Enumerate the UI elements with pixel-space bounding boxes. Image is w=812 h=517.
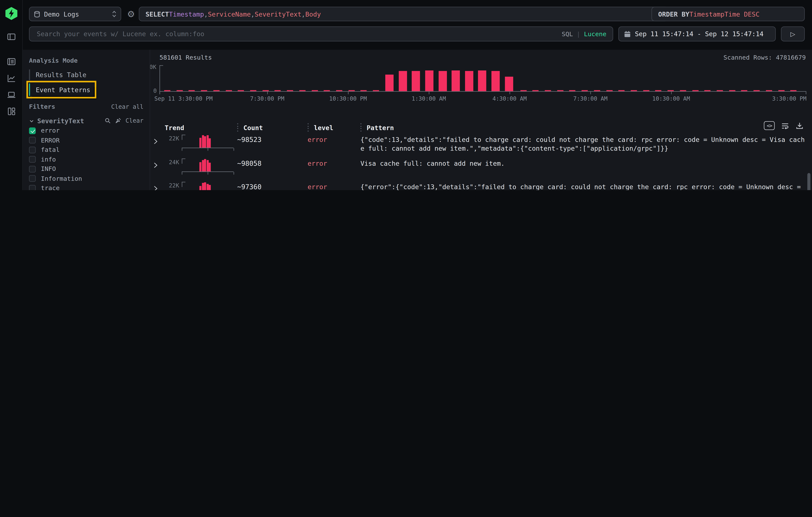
checkbox[interactable]	[29, 185, 36, 190]
filter-group-name[interactable]: SeverityText	[37, 117, 84, 124]
hyperdx-logo-icon[interactable]	[4, 7, 18, 20]
histogram-minor-bar	[741, 90, 748, 91]
trend-bar	[206, 135, 208, 148]
histogram-bar	[492, 71, 500, 91]
filter-option-fatal[interactable]: fatal	[29, 145, 143, 154]
results-histogram[interactable]: 80K0Sep 11 3:30:00 PM7:30:00 PM10:30:00 …	[160, 65, 806, 100]
trend-axis-tick	[182, 172, 182, 174]
checkbox[interactable]	[29, 146, 36, 153]
sql-token: ,	[204, 10, 208, 18]
row-expand-chevron-icon[interactable]	[153, 133, 165, 146]
filter-option-label: fatal	[41, 146, 60, 153]
sql-token: ServiceName	[208, 10, 251, 18]
column-header-level: level	[308, 123, 360, 132]
histogram-bar	[505, 77, 513, 91]
histogram-minor-bar	[570, 90, 576, 91]
x-axis-tick	[267, 91, 268, 94]
filter-option-label: info	[41, 156, 56, 163]
histogram-minor-bar	[287, 90, 293, 91]
x-axis-label: 10:30:00 PM	[329, 95, 367, 102]
checkbox-checked[interactable]	[29, 127, 36, 134]
column-drag-handle[interactable]	[237, 123, 238, 132]
table-row[interactable]: 24K~98058errorVisa cache full: cannot ad…	[150, 156, 806, 180]
sql-token: ,	[251, 10, 255, 18]
checkbox[interactable]	[29, 175, 36, 182]
table-row[interactable]: 22K~97360error{"error":{"code":13,"detai…	[150, 180, 806, 190]
column-header-trend: Trend	[165, 124, 237, 132]
filters-title: Filters	[29, 103, 55, 110]
histogram-minor-bar	[594, 90, 600, 91]
trend-axis-tick	[208, 148, 208, 151]
download-icon[interactable]	[795, 121, 804, 130]
filter-option-information[interactable]: Information	[29, 174, 143, 183]
histogram-minor-bar	[655, 90, 662, 91]
code-view-icon[interactable]: <>	[764, 121, 775, 130]
filter-option-trace[interactable]: trace	[29, 183, 143, 190]
trend-plot	[182, 158, 234, 172]
histogram-minor-bar	[582, 90, 588, 91]
date-range-picker[interactable]: Sep 11 15:47:14 - Sep 12 15:47:14	[618, 27, 776, 41]
histogram-bar	[452, 70, 460, 91]
trend-bar	[199, 186, 201, 190]
trend-bar	[209, 163, 211, 171]
clear-filter-link[interactable]: Clear	[125, 117, 143, 124]
y-axis-top-tick	[160, 65, 163, 66]
database-icon	[34, 11, 40, 17]
wrap-text-icon[interactable]	[781, 121, 789, 130]
histogram-minor-bar	[557, 90, 563, 91]
filter-option-error[interactable]: error	[29, 126, 143, 136]
row-count: ~98523	[237, 133, 308, 143]
search-logs-icon[interactable]	[6, 56, 16, 67]
row-level-badge: error	[308, 180, 360, 190]
checkbox[interactable]	[29, 166, 36, 172]
x-axis-tick	[671, 91, 672, 94]
column-drag-handle[interactable]	[360, 123, 361, 132]
sidebar-toggle-icon[interactable]	[6, 32, 16, 42]
chart-explorer-icon[interactable]	[6, 73, 16, 83]
run-query-button[interactable]: ▷	[781, 27, 805, 41]
table-row[interactable]: 22K~98523error{"code":13,"details":"fail…	[150, 133, 806, 156]
trend-axis-corner	[182, 135, 185, 140]
sql-select-input[interactable]: SELECT Timestamp, ServiceName, SeverityT…	[139, 7, 668, 21]
search-input[interactable]	[36, 30, 562, 38]
filter-option-info[interactable]: INFO	[29, 164, 143, 174]
toggle-lucene[interactable]: Lucene	[584, 30, 606, 37]
order-by-input[interactable]: ORDER BY TimestampTime DESC	[651, 7, 805, 21]
source-select[interactable]: Demo Logs	[29, 7, 121, 21]
histogram-minor-bar	[213, 90, 220, 91]
trend-axis-tick	[182, 148, 182, 151]
filter-option-info[interactable]: info	[29, 155, 143, 164]
x-axis-label: 1:30:00 AM	[412, 95, 446, 102]
sessions-icon[interactable]	[6, 89, 16, 100]
clear-all-filters[interactable]: Clear all	[111, 103, 143, 110]
search-icon[interactable]	[105, 116, 111, 126]
analysis-mode-item-event-patterns[interactable]: Event Patterns	[29, 83, 94, 96]
filter-panel: Analysis Mode Results TableEvent Pattern…	[23, 50, 150, 190]
toggle-sql[interactable]: SQL	[562, 30, 573, 37]
results-count: 581601 Results	[160, 54, 212, 61]
filter-group-severitytext: SeverityTextClearerrorERRORfatalinfoINFO…	[29, 115, 143, 190]
x-axis-tick	[510, 91, 510, 94]
checkbox[interactable]	[29, 137, 36, 144]
scrollbar-thumb[interactable]	[807, 173, 810, 190]
gear-icon[interactable]: ⚙	[125, 8, 137, 20]
row-expand-chevron-icon[interactable]	[153, 156, 165, 170]
trend-axis-corner	[182, 158, 185, 164]
column-header-label: Pattern	[367, 124, 394, 132]
dashboards-icon[interactable]	[6, 106, 16, 116]
filter-option-error[interactable]: ERROR	[29, 136, 143, 145]
checkbox[interactable]	[29, 156, 36, 163]
row-expand-chevron-icon[interactable]	[153, 180, 165, 190]
pin-icon[interactable]	[115, 116, 121, 126]
analysis-mode-item-results-table[interactable]: Results Table	[29, 69, 143, 80]
sql-token: Timestamp	[169, 10, 204, 18]
histogram-minor-bar	[532, 90, 539, 91]
histogram-minor-bar	[348, 90, 355, 91]
chevron-down-icon[interactable]	[29, 116, 34, 126]
histogram-bar	[438, 71, 447, 91]
filter-option-label: trace	[41, 184, 60, 190]
column-drag-handle[interactable]	[308, 123, 309, 132]
x-axis-label: 7:30:00 PM	[250, 95, 284, 102]
order-by-keyword: ORDER BY	[658, 10, 689, 18]
search-bar: SQL | Lucene	[29, 27, 613, 41]
